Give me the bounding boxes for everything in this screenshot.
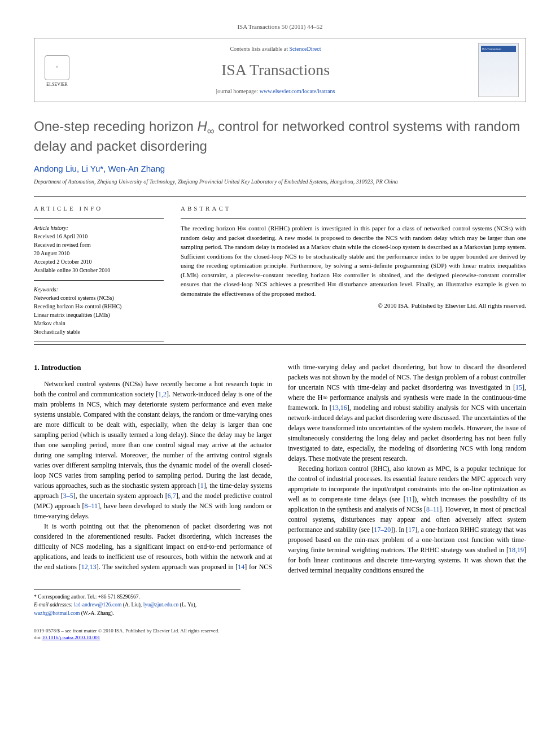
elsevier-logo: ✦ ELSEVIER: [41, 53, 73, 88]
email-label: E-mail addresses:: [34, 602, 73, 608]
history-line: Received in revised form: [34, 241, 164, 249]
front-matter-line: 0019-0578/$ – see front matter © 2010 IS…: [34, 627, 526, 641]
contents-line: Contents lists available at ScienceDirec…: [81, 45, 470, 53]
title-H: H: [198, 119, 207, 134]
ref-link[interactable]: 1,2: [158, 390, 167, 398]
abstract-heading: abstract: [181, 204, 526, 213]
divider: [34, 196, 526, 196]
homepage-link[interactable]: www.elsevier.com/locate/isatrans: [260, 88, 335, 94]
history-line: Available online 30 October 2010: [34, 266, 164, 274]
section-heading-intro: 1. Introduction: [34, 362, 272, 373]
journal-header: ✦ ELSEVIER Contents lists available at S…: [34, 38, 526, 102]
ref-link[interactable]: 14: [238, 563, 244, 571]
footnotes: * Corresponding author. Tel.: +86 571 85…: [34, 589, 240, 617]
elsevier-label: ELSEVIER: [46, 81, 68, 88]
journal-name: ISA Transactions: [81, 59, 470, 81]
abstract-text: The receding horizon H∞ control (RHHC) p…: [181, 219, 526, 298]
email-link[interactable]: lad-andrew@126.com: [74, 602, 121, 608]
elsevier-tree-icon: ✦: [45, 55, 69, 80]
keywords-block: Keywords: Networked control systems (NCS…: [34, 280, 164, 342]
doi-label: doi:: [34, 635, 42, 640]
sciencedirect-link[interactable]: ScienceDirect: [289, 46, 321, 52]
ref-link[interactable]: 12,13: [81, 563, 97, 571]
intro-para-1: Networked control systems (NCSs) have re…: [34, 379, 272, 521]
ref-link[interactable]: 6,7: [168, 492, 176, 500]
keyword: Receding horizon H∞ control (RHHC): [34, 302, 164, 311]
article-body: 1. Introduction Networked control system…: [34, 362, 526, 575]
title-infinity: ∞: [207, 125, 215, 137]
issn-copyright: 0019-0578/$ – see front matter © 2010 IS…: [34, 627, 526, 635]
abstract-copyright: © 2010 ISA. Published by Elsevier Ltd. A…: [181, 302, 526, 310]
ref-link[interactable]: 8–11: [426, 505, 440, 513]
history-line: Accepted 2 October 2010: [34, 257, 164, 266]
keyword: Stochastically stable: [34, 327, 164, 336]
email-addresses: E-mail addresses: lad-andrew@126.com (A.…: [34, 601, 240, 617]
ref-link[interactable]: 18,19: [509, 546, 524, 554]
ref-link[interactable]: 17–20: [374, 526, 391, 534]
title-part-1: One-step receding horizon: [34, 119, 198, 134]
email-link[interactable]: lyu@zjut.edu.cn: [143, 602, 179, 608]
keyword: Linear matrix inequalities (LMIs): [34, 311, 164, 319]
journal-reference: ISA Transactions 50 (2011) 44–52: [34, 23, 526, 31]
ref-link[interactable]: 3–5: [63, 492, 73, 500]
email-link[interactable]: wazhg@hotmail.com: [34, 610, 80, 616]
history-line: Received 16 April 2010: [34, 232, 164, 241]
article-info-column: article info Article history: Received 1…: [34, 199, 164, 342]
article-history: Article history: Received 16 April 2010 …: [34, 219, 164, 280]
keywords-label: Keywords:: [34, 285, 164, 294]
keyword: Networked control systems (NCSs): [34, 294, 164, 302]
ref-link[interactable]: 17: [408, 526, 415, 534]
corresponding-author-note: * Corresponding author. Tel.: +86 571 85…: [34, 593, 240, 601]
keyword: Markov chain: [34, 319, 164, 327]
ref-link[interactable]: 11: [406, 495, 413, 503]
journal-cover-thumbnail: ISA Transactions: [478, 43, 519, 97]
ref-link[interactable]: 8–11: [84, 502, 98, 510]
article-info-heading: article info: [34, 204, 164, 213]
author-2[interactable]: Li Yu: [81, 164, 100, 173]
history-line: 20 August 2010: [34, 249, 164, 257]
ref-link[interactable]: 13,16: [332, 404, 347, 412]
doi-line: doi:10.1016/j.isatra.2010.10.001: [34, 634, 526, 641]
contents-prefix: Contents lists available at: [230, 46, 289, 52]
affiliation: Department of Automation, Zhejiang Unive…: [34, 178, 526, 186]
author-1[interactable]: Andong Liu: [34, 164, 77, 173]
author-3[interactable]: Wen-An Zhang: [108, 164, 165, 173]
history-label: Article history:: [34, 224, 164, 232]
intro-para-3: Receding horizon control (RHC), also kno…: [288, 464, 526, 575]
ref-link[interactable]: 15: [515, 383, 522, 391]
homepage-line: journal homepage: www.elsevier.com/locat…: [81, 88, 470, 95]
article-title: One-step receding horizon H∞ control for…: [34, 118, 526, 154]
homepage-prefix: journal homepage:: [216, 88, 260, 94]
doi-link[interactable]: 10.1016/j.isatra.2010.10.001: [42, 635, 100, 640]
divider: [34, 344, 526, 345]
authors-line: Andong Liu, Li Yu*, Wen-An Zhang: [34, 163, 526, 174]
abstract-column: abstract The receding horizon H∞ control…: [181, 199, 526, 342]
